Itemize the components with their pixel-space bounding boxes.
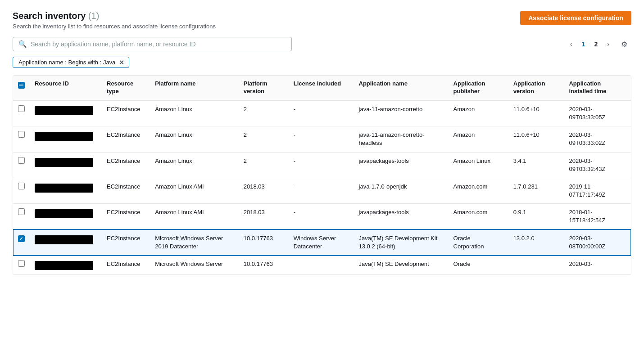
platform-version-cell: 2018.03 [238,204,288,229]
resource-type-cell: EC2Instance [101,100,150,126]
col-resource-type: Resource type [101,76,150,100]
row-checkbox-cell[interactable] [13,178,29,203]
application-installed-time-cell: 2020-03-08T00:00:00Z [563,229,631,255]
col-application-installed-time: Application installed time [563,76,631,100]
resource-id-cell [29,229,101,255]
platform-name-cell: Amazon Linux [150,152,238,178]
application-publisher-cell: Oracle [448,256,508,275]
table-row: EC2InstanceAmazon Linux AMI2018.03-java-… [13,178,631,203]
inventory-table: Resource ID Resource type Platform name … [13,76,631,274]
row-checkbox-cell[interactable] [13,100,29,126]
platform-name-cell: Amazon Linux [150,126,238,152]
application-installed-time-cell: 2020-03-09T03:33:02Z [563,126,631,152]
associate-license-button[interactable]: Associate license configuration [520,11,631,25]
resource-id-redacted [35,106,93,115]
application-publisher-cell: Amazon [448,100,508,126]
application-version-cell: 0.9.1 [508,204,564,229]
table-row: ✓EC2InstanceMicrosoft Windows Server 201… [13,229,631,255]
title-text: Search inventory [13,11,86,21]
table-row: EC2InstanceAmazon Linux2-java-11-amazon-… [13,100,631,126]
resource-id-redacted [35,209,93,218]
application-installed-time-cell: 2020-03-09T03:32:43Z [563,152,631,178]
search-box: 🔍 [13,37,292,51]
row-checkbox[interactable] [18,183,25,189]
application-name-cell: javapackages-tools [354,152,448,178]
row-checkbox[interactable] [18,260,25,267]
application-installed-time-cell: 2019-11-07T17:17:49Z [563,178,631,203]
resource-id-redacted [35,235,93,244]
application-publisher-cell: Amazon.com [448,178,508,203]
application-version-cell: 1.7.0.231 [508,178,564,203]
row-checkbox-cell[interactable]: ✓ [13,229,29,255]
resource-id-redacted [35,184,93,193]
resource-id-cell [29,152,101,178]
resource-id-cell [29,204,101,229]
inventory-table-wrapper: Resource ID Resource type Platform name … [13,75,631,275]
platform-version-cell: 10.0.17763 [238,229,288,255]
pagination-controls: ‹ 1 2 › ⚙ [566,38,631,51]
row-checkbox[interactable] [18,208,25,215]
col-platform-name: Platform name [150,76,238,100]
application-publisher-cell: Amazon [448,126,508,152]
application-version-cell: 13.0.2.0 [508,229,564,255]
search-input[interactable] [31,40,286,48]
application-installed-time-cell: 2018-01-15T18:42:54Z [563,204,631,229]
license-included-cell: - [288,152,354,178]
resource-type-cell: EC2Instance [101,152,150,178]
table-row: EC2InstanceMicrosoft Windows Server10.0.… [13,256,631,275]
filter-tag: Application name : Begins with : Java ✕ [13,57,129,68]
platform-name-cell: Amazon Linux AMI [150,204,238,229]
row-checkbox-cell[interactable] [13,152,29,178]
license-included-cell: Windows Server Datacenter [288,229,354,255]
resource-type-cell: EC2Instance [101,256,150,275]
application-publisher-cell: Amazon.com [448,204,508,229]
platform-name-cell: Microsoft Windows Server [150,256,238,275]
table-row: EC2InstanceAmazon Linux2-javapackages-to… [13,152,631,178]
row-checkbox[interactable] [18,131,25,138]
platform-name-cell: Microsoft Windows Server 2019 Datacenter [150,229,238,255]
row-checkbox-cell[interactable] [13,256,29,275]
application-name-cell: Java(TM) SE Development [354,256,448,275]
table-row: EC2InstanceAmazon Linux2-java-11-amazon-… [13,126,631,152]
application-name-cell: java-11-amazon-corretto-headless [354,126,448,152]
row-checkbox[interactable] [18,157,25,164]
platform-version-cell: 2018.03 [238,178,288,203]
table-row: EC2InstanceAmazon Linux AMI2018.03-javap… [13,204,631,229]
resource-type-cell: EC2Instance [101,178,150,203]
row-checkbox-cell[interactable] [13,204,29,229]
settings-button[interactable]: ⚙ [617,38,631,51]
platform-name-cell: Amazon Linux [150,100,238,126]
col-application-publisher: Application publisher [448,76,508,100]
page-2[interactable]: 2 [591,39,602,49]
col-application-name: Application name [354,76,448,100]
next-page-button[interactable]: › [603,38,613,50]
page-subtitle: Search the inventory list to find resour… [13,23,216,30]
page-1[interactable]: 1 [578,39,589,49]
application-version-cell [508,256,564,275]
resource-id-cell [29,178,101,203]
filter-close-button[interactable]: ✕ [119,59,124,66]
application-publisher-cell: Oracle Corporation [448,229,508,255]
license-included-cell: - [288,178,354,203]
platform-version-cell: 2 [238,126,288,152]
platform-version-cell: 2 [238,152,288,178]
row-checkbox-cell[interactable] [13,126,29,152]
license-included-cell [288,256,354,275]
col-platform-version: Platform version [238,76,288,100]
page-title: Search inventory (1) [13,11,216,21]
prev-page-button[interactable]: ‹ [566,38,576,50]
application-name-cell: java-1.7.0-openjdk [354,178,448,203]
checked-checkbox[interactable]: ✓ [18,235,25,242]
platform-version-cell: 10.0.17763 [238,256,288,275]
application-installed-time-cell: 2020-03- [563,256,631,275]
result-count: (1) [88,11,99,21]
resource-id-cell [29,256,101,275]
application-version-cell: 3.4.1 [508,152,564,178]
application-name-cell: javapackages-tools [354,204,448,229]
select-all-header[interactable] [13,76,29,100]
application-publisher-cell: Amazon Linux [448,152,508,178]
resource-type-cell: EC2Instance [101,229,150,255]
application-version-cell: 11.0.6+10 [508,126,564,152]
row-checkbox[interactable] [18,105,25,112]
resource-id-redacted [35,132,93,141]
